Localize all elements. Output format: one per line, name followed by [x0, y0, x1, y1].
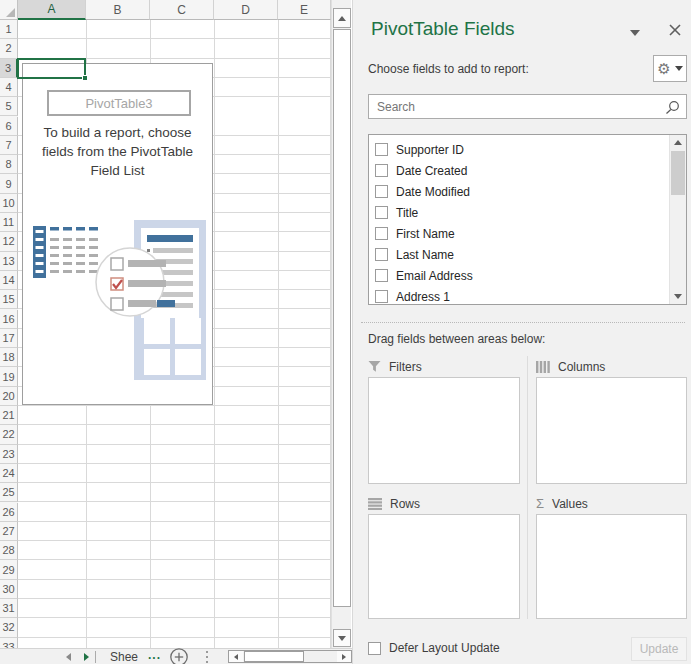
sheet-tab[interactable]: Shee [110, 650, 138, 664]
search-icon[interactable] [665, 100, 680, 115]
field-item[interactable]: Title [369, 202, 686, 223]
sheet-tab-bar: Shee ... [0, 648, 352, 664]
field-checkbox[interactable] [375, 269, 388, 282]
filters-drop-zone[interactable] [368, 377, 520, 484]
row-header-9[interactable]: 9 [0, 174, 18, 193]
field-item[interactable]: Date Created [369, 160, 686, 181]
pane-close-button[interactable] [667, 22, 683, 38]
row-header-11[interactable]: 11 [0, 213, 18, 232]
column-header-E[interactable]: E [278, 0, 331, 20]
pivottable-placeholder[interactable]: PivotTable3 To build a report, choose fi… [22, 63, 213, 405]
arrow-down-icon [674, 294, 682, 299]
next-sheet-button[interactable] [84, 653, 89, 661]
field-label: First Name [396, 227, 455, 241]
row-header-10[interactable]: 10 [0, 194, 18, 213]
row-header-12[interactable]: 12 [0, 232, 18, 251]
field-item[interactable]: Supporter ID [369, 139, 686, 160]
row-header-22[interactable]: 22 [0, 425, 18, 444]
list-scroll-up-button[interactable] [670, 135, 686, 150]
search-input[interactable] [369, 95, 686, 118]
row-header-2[interactable]: 2 [0, 39, 18, 58]
field-item[interactable]: Date Modified [369, 181, 686, 202]
row-header-31[interactable]: 31 [0, 599, 18, 618]
column-header-D[interactable]: D [214, 0, 278, 20]
row-header-17[interactable]: 17 [0, 329, 18, 348]
field-item[interactable]: Last Name [369, 244, 686, 265]
row-header-33[interactable]: 33 [0, 638, 18, 648]
scroll-left-button[interactable] [229, 651, 243, 662]
row-header-26[interactable]: 26 [0, 503, 18, 522]
row-header-15[interactable]: 15 [0, 290, 18, 309]
column-header-B[interactable]: B [86, 0, 150, 20]
row-header-30[interactable]: 30 [0, 580, 18, 599]
pane-options-button[interactable] [629, 30, 641, 38]
list-scroll-down-button[interactable] [670, 289, 686, 304]
field-checkbox[interactable] [375, 248, 388, 261]
active-cell-selection[interactable] [17, 58, 86, 79]
horizontal-scroll-thumb[interactable] [244, 651, 304, 662]
field-checkbox[interactable] [375, 164, 388, 177]
row-header-25[interactable]: 25 [0, 483, 18, 502]
scroll-right-button[interactable] [337, 651, 351, 662]
row-header-16[interactable]: 16 [0, 310, 18, 329]
fill-handle[interactable] [82, 75, 88, 81]
row-header-28[interactable]: 28 [0, 541, 18, 560]
row-header-3[interactable]: 3 [0, 59, 18, 78]
field-checkbox[interactable] [375, 206, 388, 219]
prev-sheet-button[interactable] [66, 653, 71, 661]
scroll-down-button[interactable] [333, 629, 351, 647]
rows-drop-zone[interactable] [368, 514, 520, 619]
row-header-13[interactable]: 13 [0, 252, 18, 271]
drag-hint-label: Drag fields between areas below: [368, 332, 545, 346]
rows-area-label: Rows [368, 495, 420, 512]
scroll-up-button[interactable] [333, 8, 351, 28]
row-header-7[interactable]: 7 [0, 136, 18, 155]
row-header-1[interactable]: 1 [0, 20, 18, 39]
row-header-8[interactable]: 8 [0, 155, 18, 174]
columns-drop-zone[interactable] [536, 377, 687, 484]
column-header-C[interactable]: C [150, 0, 214, 20]
values-drop-zone[interactable] [536, 514, 687, 619]
row-header-4[interactable]: 4 [0, 78, 18, 97]
splitter-dots[interactable] [206, 651, 208, 663]
choose-fields-label: Choose fields to add to report: [368, 62, 529, 76]
values-area-label: Σ Values [536, 495, 588, 512]
gridline [214, 20, 215, 648]
row-header-5[interactable]: 5 [0, 97, 18, 116]
defer-layout-label: Defer Layout Update [389, 641, 500, 655]
row-header-6[interactable]: 6 [0, 117, 18, 136]
field-checkbox[interactable] [375, 290, 388, 303]
field-label: Title [396, 206, 418, 220]
update-button[interactable]: Update [631, 637, 687, 661]
pivottable-help-text: To build a report, choose fields from th… [23, 123, 212, 180]
field-item[interactable]: Address 1 [369, 286, 686, 305]
defer-layout-checkbox[interactable] [368, 642, 381, 655]
row-header-19[interactable]: 19 [0, 367, 18, 386]
field-checkbox[interactable] [375, 143, 388, 156]
row-header-32[interactable]: 32 [0, 618, 18, 637]
row-header-24[interactable]: 24 [0, 464, 18, 483]
select-all-corner[interactable] [0, 0, 18, 20]
column-header-A[interactable]: A [18, 0, 86, 20]
sheet-vertical-scrollbar[interactable] [331, 0, 351, 648]
row-header-21[interactable]: 21 [0, 406, 18, 425]
vertical-scroll-thumb[interactable] [333, 29, 351, 607]
field-item[interactable]: Email Address [369, 265, 686, 286]
row-header-20[interactable]: 20 [0, 387, 18, 406]
pane-title: PivotTable Fields [371, 18, 515, 40]
new-sheet-button[interactable] [169, 647, 189, 664]
list-scroll-thumb[interactable] [671, 151, 685, 195]
field-checkbox[interactable] [375, 185, 388, 198]
row-header-18[interactable]: 18 [0, 348, 18, 367]
row-header-14[interactable]: 14 [0, 271, 18, 290]
field-label: Supporter ID [396, 143, 464, 157]
plus-circle-icon [169, 647, 189, 664]
field-checkbox[interactable] [375, 227, 388, 240]
field-item[interactable]: First Name [369, 223, 686, 244]
row-header-27[interactable]: 27 [0, 522, 18, 541]
tools-button[interactable]: ⚙ [653, 55, 687, 82]
row-header-29[interactable]: 29 [0, 560, 18, 579]
row-header-23[interactable]: 23 [0, 445, 18, 464]
field-list-scrollbar[interactable] [669, 135, 686, 304]
horizontal-scrollbar[interactable] [228, 650, 352, 663]
